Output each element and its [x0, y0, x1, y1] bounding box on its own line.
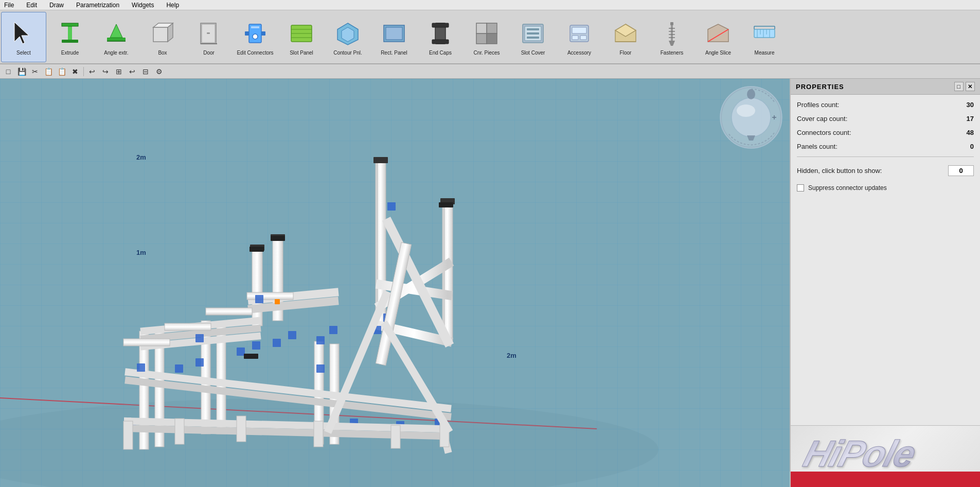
navigation-widget[interactable]: [718, 84, 785, 151]
menu-parametrization[interactable]: Parametrization: [74, 1, 121, 10]
tool-accessory[interactable]: Accessory: [557, 12, 602, 62]
logo-area: HiPole: [791, 425, 980, 487]
select-icon: [8, 18, 39, 49]
svg-rect-30: [432, 40, 449, 44]
svg-rect-108: [137, 363, 145, 372]
tool-angle-extr[interactable]: Angle extr.: [94, 12, 139, 62]
svg-rect-41: [572, 27, 586, 33]
dim-2m-bottom: 2m: [507, 352, 516, 359]
tool-box-label: Box: [158, 50, 167, 56]
tb2-config[interactable]: ⚙: [153, 65, 165, 78]
menubar: File Edit Draw Parametrization Widgets H…: [0, 0, 980, 10]
door-icon: [193, 18, 224, 49]
tb2-paste[interactable]: 📋: [56, 65, 68, 78]
tool-rect-panel[interactable]: Rect. Panel: [371, 12, 417, 62]
tool-end-caps[interactable]: End Caps: [418, 12, 463, 62]
tool-floor-label: Floor: [620, 50, 632, 56]
prop-value-hidden[interactable]: 0: [948, 165, 974, 176]
tb2-copy[interactable]: 📋: [42, 65, 55, 78]
svg-rect-96: [165, 323, 211, 331]
tool-contour-pnl-label: Contour Pnl.: [333, 50, 362, 56]
svg-rect-27: [386, 27, 402, 40]
prop-value-panels: 0: [953, 143, 974, 150]
menu-help[interactable]: Help: [164, 1, 181, 10]
tool-measure[interactable]: Measure: [742, 12, 787, 62]
tool-slot-cover[interactable]: Slot Cover: [510, 12, 556, 62]
fasteners-icon: [656, 18, 687, 49]
svg-rect-33: [487, 33, 497, 44]
tool-slot-panel-label: Slot Panel: [290, 50, 313, 56]
tb2-save[interactable]: 💾: [15, 65, 28, 78]
menu-edit[interactable]: Edit: [24, 1, 39, 10]
tool-edit-connectors[interactable]: Edit Connectors: [233, 12, 278, 62]
tb2-undo[interactable]: ↩: [86, 65, 98, 78]
svg-rect-3: [62, 40, 78, 43]
slot-panel-icon: [286, 18, 317, 49]
prop-checkbox-suppress[interactable]: [797, 184, 804, 192]
extrude-icon: [55, 18, 85, 49]
svg-rect-95: [206, 308, 252, 315]
svg-rect-123: [123, 421, 133, 449]
svg-rect-107: [387, 202, 396, 211]
svg-rect-124: [175, 419, 184, 444]
tool-angle-slice-label: Angle Slice: [705, 50, 731, 56]
prop-label-cover-cap: Cover cap count:: [797, 115, 847, 123]
viewport-3d[interactable]: 2m 1m 2m: [0, 79, 790, 487]
tool-extrude[interactable]: Extrude: [47, 12, 93, 62]
menu-file[interactable]: File: [2, 1, 16, 10]
tb2-settings2[interactable]: ⊟: [139, 65, 152, 78]
svg-rect-29: [432, 23, 449, 27]
svg-rect-37: [527, 28, 539, 30]
svg-rect-102: [288, 331, 296, 339]
svg-rect-98: [255, 295, 263, 303]
svg-rect-104: [329, 326, 337, 334]
svg-rect-34: [476, 23, 487, 33]
tool-slot-panel[interactable]: Slot Panel: [279, 12, 324, 62]
svg-rect-103: [316, 336, 325, 344]
prop-label-hidden: Hidden, click button to show:: [797, 167, 882, 175]
tb2-redo[interactable]: ↪: [99, 65, 112, 78]
svg-rect-127: [391, 425, 400, 448]
properties-minimize[interactable]: □: [954, 82, 964, 91]
tb2-back[interactable]: ↩: [126, 65, 138, 78]
menu-draw[interactable]: Draw: [47, 1, 66, 10]
tb2-new[interactable]: □: [2, 65, 14, 78]
dim-1m-mid: 1m: [136, 249, 146, 256]
prop-value-cover-cap: 17: [953, 115, 974, 123]
tb2-delete[interactable]: ✖: [69, 65, 81, 78]
svg-rect-38: [527, 32, 539, 34]
angle-extr-icon: [101, 18, 132, 49]
tb2-grid[interactable]: ⊞: [113, 65, 125, 78]
svg-rect-100: [195, 334, 204, 342]
svg-rect-39: [527, 37, 539, 39]
tool-door[interactable]: Door: [186, 12, 231, 62]
tool-box[interactable]: Box: [140, 12, 185, 62]
tool-contour-pnl[interactable]: Contour Pnl.: [325, 12, 370, 62]
tool-fasteners[interactable]: Fasteners: [649, 12, 694, 62]
prop-divider: [797, 156, 974, 157]
floor-icon: [610, 18, 641, 49]
svg-rect-16: [251, 26, 259, 28]
prop-label-panels: Panels count:: [797, 143, 838, 150]
tool-rect-panel-label: Rect. Panel: [381, 50, 407, 56]
tb2-cut[interactable]: ✂: [29, 65, 41, 78]
prop-row-hidden: Hidden, click button to show: 0: [797, 165, 974, 176]
properties-panel: PROPERTIES □ ✕ Profiles count: 30 Cover …: [790, 79, 980, 487]
svg-marker-6: [110, 24, 122, 38]
svg-rect-31: [476, 33, 487, 44]
prop-label-suppress: Suppress connector updates: [808, 184, 887, 192]
menu-widgets[interactable]: Widgets: [130, 1, 156, 10]
tool-angle-slice[interactable]: Angle Slice: [696, 12, 741, 62]
measure-icon: [749, 18, 780, 49]
main-toolbar: Select Extrude Angle extr.: [0, 10, 980, 64]
svg-rect-110: [316, 364, 325, 373]
svg-point-137: [732, 98, 771, 137]
properties-close[interactable]: ✕: [966, 82, 975, 91]
tool-end-caps-label: End Caps: [429, 50, 452, 56]
prop-value-profiles: 30: [953, 101, 974, 109]
tool-floor[interactable]: Floor: [603, 12, 648, 62]
edit-connectors-icon: [240, 18, 271, 49]
tool-select[interactable]: Select: [1, 12, 46, 62]
slot-cover-icon: [518, 18, 548, 49]
tool-cnr-pieces[interactable]: Cnr. Pieces: [464, 12, 509, 62]
